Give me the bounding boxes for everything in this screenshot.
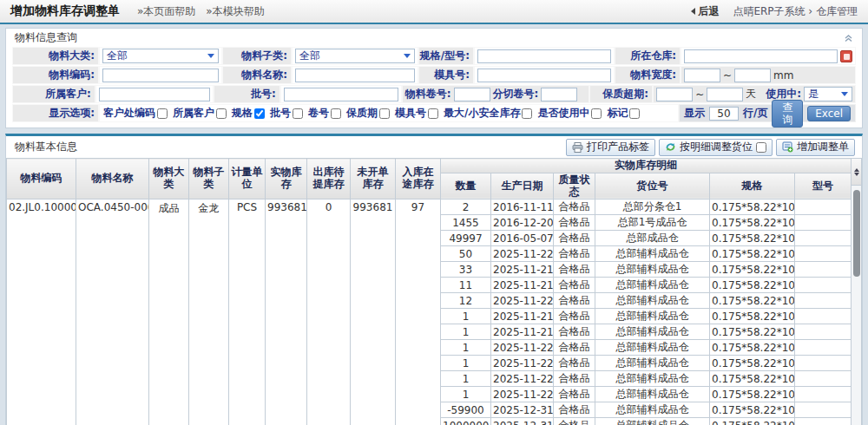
warehouse-picker-icon[interactable] (840, 50, 852, 62)
breadcrumb-section-link[interactable]: 仓库管理 (816, 5, 858, 17)
slit-roll-no-input[interactable] (541, 88, 577, 101)
display-option: 模具号 (395, 106, 438, 121)
col-header-production-date: 生产日期 (491, 173, 554, 199)
detail-spec: 0.175*58.22*109.78 (710, 246, 795, 262)
detail-location: 总部辅料成品仓 (595, 293, 710, 309)
detail-location: 总部辅料成品仓 (595, 418, 710, 425)
query-form: 物料大类: 全部 物料子类: 全部 规格/型号: 所在仓库: (6, 47, 862, 128)
detail-qty: 1 (441, 324, 491, 340)
detail-quality-status: 合格品 (554, 231, 595, 246)
inventory-table-wrap: 物料编码 物料名称 物料大类 物料子类 计量单位 实物库存 出库待提库存 未开单… (6, 158, 862, 425)
detail-spec: 0.175*58.22*109.78 (710, 293, 795, 309)
display-option: 标记 (607, 106, 640, 121)
material-subcategory-label: 物料子类: (222, 47, 292, 65)
display-option-checkbox[interactable] (254, 108, 265, 119)
col-header-unit: 计量单位 (229, 159, 266, 199)
page-help-link[interactable]: »本页面帮助 (137, 4, 195, 19)
detail-quality-status: 合格品 (554, 293, 595, 309)
material-code: 02.JL0.1000006 (7, 199, 76, 425)
col-header-quality-status: 质量状态 (554, 173, 595, 199)
excel-export-button[interactable]: Excel (807, 106, 851, 121)
detail-production-date: 2025-11-22 (491, 387, 554, 402)
detail-qty: 49997 (441, 231, 491, 246)
display-option-checkbox[interactable] (629, 108, 640, 119)
breadcrumb-app-link[interactable]: 点晴ERP子系统 (733, 5, 805, 17)
customer-label: 所属客户: (12, 85, 95, 103)
display-option-label: 是否使用中 (537, 106, 589, 121)
material-width-unit: mm (773, 69, 793, 82)
detail-spec: 0.175*58.22*109.78 (710, 356, 795, 371)
detail-spec: 0.175*58.22*109.78 (710, 340, 795, 356)
in-use-select[interactable]: 是 (804, 87, 852, 101)
detail-production-date: 2025-11-21 (491, 262, 554, 278)
col-header-unbilled-stock: 未开单库存 (351, 159, 396, 199)
batch-no-input[interactable] (284, 88, 398, 101)
display-option: 最大/小安全库存 (444, 106, 532, 121)
display-option-label: 标记 (607, 106, 628, 121)
display-option-checkbox[interactable] (428, 108, 438, 119)
detail-spec: 0.175*58.22*109.78 (710, 278, 795, 293)
add-document-icon (782, 141, 793, 153)
customer-input[interactable] (99, 88, 210, 101)
detail-model (795, 278, 852, 293)
detail-qty: 1 (441, 340, 491, 356)
detail-production-date: 2025-12-31 (491, 418, 554, 425)
print-label-button[interactable]: 打印产品标签 (566, 139, 655, 156)
spec-model-input[interactable] (477, 49, 611, 63)
material-outbound-pending: 0 (307, 199, 351, 425)
display-option-checkbox[interactable] (157, 108, 168, 119)
display-option: 卷号 (308, 106, 341, 121)
display-option-checkbox[interactable] (591, 108, 602, 119)
shelf-life-max-input[interactable] (707, 88, 743, 101)
col-header-outbound-pending: 出库待提库存 (307, 159, 351, 199)
detail-model (795, 387, 852, 402)
detail-spec: 0.175*58.22*109.78 (710, 199, 795, 215)
display-options-label: 显示选项: (12, 104, 99, 122)
roll-no-input[interactable] (454, 88, 490, 101)
material-unit: PCS (229, 199, 266, 425)
detail-model (795, 262, 852, 278)
display-option-checkbox[interactable] (522, 108, 532, 119)
adjust-by-detail-checkbox[interactable] (756, 142, 766, 153)
material-width-min-input[interactable] (684, 69, 720, 82)
display-option-label: 所属客户 (173, 106, 214, 121)
add-adjustment-button[interactable]: 增加调整单 (776, 139, 855, 156)
display-option-checkbox[interactable] (379, 108, 390, 119)
scrollbar-thumb[interactable] (853, 190, 860, 277)
page: { "colors": { "accent_teal": "#2f81a8", … (0, 0, 868, 425)
collapse-panel-icon[interactable] (844, 33, 853, 42)
detail-scroll-arrows[interactable] (852, 159, 861, 186)
range-tilde: ~ (695, 88, 704, 101)
mold-no-input[interactable] (477, 69, 611, 82)
display-option-checkbox[interactable] (293, 108, 303, 119)
detail-quality-status: 合格品 (554, 278, 595, 293)
detail-location: 总部1号成品仓 (595, 215, 710, 231)
display-option-checkbox[interactable] (331, 108, 341, 119)
detail-quality-status: 合格品 (554, 371, 595, 387)
material-subcategory-select[interactable]: 全部 (295, 49, 415, 63)
detail-quality-status: 合格品 (554, 402, 595, 418)
material-width-max-input[interactable] (734, 69, 771, 82)
col-header-physical-stock: 实物库存 (266, 159, 307, 199)
detail-scrollbar (852, 158, 862, 425)
back-button[interactable]: 后退 (691, 4, 719, 19)
material-name-input[interactable] (295, 69, 415, 82)
page-title: 增加物料库存调整单 (10, 3, 120, 19)
detail-production-date: 2025-12-31 (491, 402, 554, 418)
search-button[interactable]: 查询 (772, 100, 803, 128)
detail-location: 总部成品仓 (595, 231, 710, 246)
display-option-label: 最大/小安全库存 (444, 106, 520, 121)
display-option-checkbox[interactable] (216, 108, 227, 119)
inventory-table: 物料编码 物料名称 物料大类 物料子类 计量单位 实物库存 出库待提库存 未开单… (6, 158, 852, 425)
adjust-by-detail-button[interactable]: 按明细调整货位 (659, 139, 773, 156)
col-header-location: 货位号 (595, 173, 710, 199)
page-size-input[interactable] (709, 107, 739, 121)
display-option-label: 规格 (232, 106, 253, 121)
warehouse-input[interactable] (684, 49, 838, 63)
detail-production-date: 2016-12-20 (491, 215, 554, 231)
shelf-life-min-input[interactable] (656, 88, 693, 101)
material-code-input[interactable] (102, 69, 219, 82)
material-category-select[interactable]: 全部 (102, 49, 219, 63)
detail-quality-status: 合格品 (554, 340, 595, 356)
module-help-link[interactable]: »本模块帮助 (206, 4, 264, 19)
